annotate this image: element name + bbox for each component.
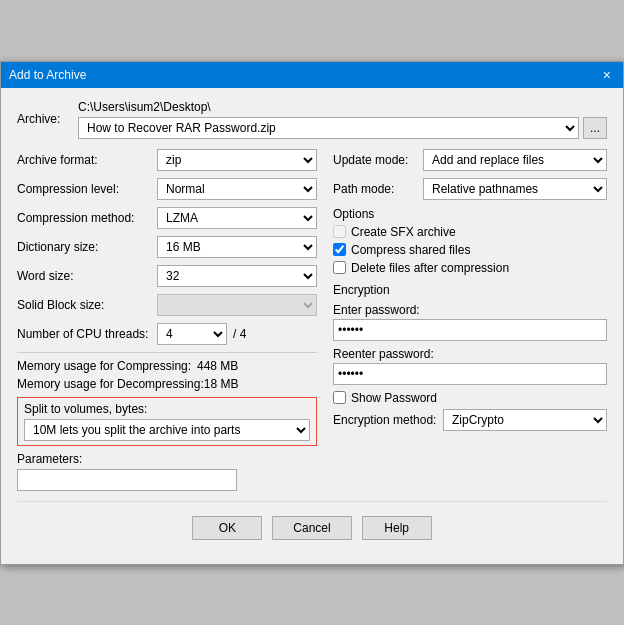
- compression-level-label: Compression level:: [17, 182, 157, 196]
- update-mode-row: Update mode: Add and replace files: [333, 149, 607, 171]
- mem-compress-label: Memory usage for Compressing:: [17, 359, 197, 373]
- compression-level-select[interactable]: Normal: [157, 178, 317, 200]
- compression-method-label: Compression method:: [17, 211, 157, 225]
- add-to-archive-dialog: Add to Archive × Archive: C:\Users\isum2…: [0, 61, 624, 565]
- path-mode-row: Path mode: Relative pathnames: [333, 178, 607, 200]
- bottom-buttons: OK Cancel Help: [17, 501, 607, 552]
- right-column: Update mode: Add and replace files Path …: [333, 149, 607, 491]
- word-size-row: Word size: 32: [17, 265, 317, 287]
- delete-files-row: Delete files after compression: [333, 261, 607, 275]
- create-sfx-checkbox[interactable]: [333, 225, 346, 238]
- params-label: Parameters:: [17, 452, 317, 466]
- enc-method-label: Encryption method:: [333, 413, 443, 427]
- enc-method-row: Encryption method: ZipCrypto: [333, 409, 607, 431]
- mem-compress-row: Memory usage for Compressing: 448 MB: [17, 359, 317, 373]
- enc-method-select[interactable]: ZipCrypto: [443, 409, 607, 431]
- two-col-layout: Archive format: zip Compression level: N…: [17, 149, 607, 491]
- dictionary-size-label: Dictionary size:: [17, 240, 157, 254]
- solid-block-row: Solid Block size:: [17, 294, 317, 316]
- delete-files-checkbox[interactable]: [333, 261, 346, 274]
- archive-path-col: C:\Users\isum2\Desktop\ How to Recover R…: [78, 100, 607, 139]
- archive-path-text: C:\Users\isum2\Desktop\: [78, 100, 607, 114]
- archive-label: Archive:: [17, 112, 72, 126]
- mem-decompress-value: 18 MB: [204, 377, 239, 391]
- enter-password-label: Enter password:: [333, 303, 607, 317]
- compress-shared-row: Compress shared files: [333, 243, 607, 257]
- cpu-threads-of: / 4: [233, 327, 246, 341]
- mem-decompress-label: Memory usage for Decompressing:: [17, 377, 204, 391]
- options-title: Options: [333, 207, 607, 221]
- encryption-title: Encryption: [333, 283, 607, 297]
- compression-method-select[interactable]: LZMA: [157, 207, 317, 229]
- path-mode-select[interactable]: Relative pathnames: [423, 178, 607, 200]
- path-mode-label: Path mode:: [333, 182, 423, 196]
- archive-row: Archive: C:\Users\isum2\Desktop\ How to …: [17, 100, 607, 139]
- solid-block-select[interactable]: [157, 294, 317, 316]
- ok-button[interactable]: OK: [192, 516, 262, 540]
- word-size-select[interactable]: 32: [157, 265, 317, 287]
- archive-filename-select[interactable]: How to Recover RAR Password.zip: [78, 117, 579, 139]
- browse-button[interactable]: ...: [583, 117, 607, 139]
- show-password-row: Show Password: [333, 391, 607, 405]
- archive-format-label: Archive format:: [17, 153, 157, 167]
- mem-compress-value: 448 MB: [197, 359, 238, 373]
- compression-level-row: Compression level: Normal: [17, 178, 317, 200]
- params-section: Parameters:: [17, 452, 317, 491]
- dialog-body: Archive: C:\Users\isum2\Desktop\ How to …: [1, 88, 623, 564]
- cpu-threads-select[interactable]: 4: [157, 323, 227, 345]
- split-section: Split to volumes, bytes: 10M lets you sp…: [17, 397, 317, 446]
- dialog-title: Add to Archive: [9, 68, 86, 82]
- left-column: Archive format: zip Compression level: N…: [17, 149, 317, 491]
- params-input[interactable]: [17, 469, 237, 491]
- word-size-label: Word size:: [17, 269, 157, 283]
- dictionary-size-select[interactable]: 16 MB: [157, 236, 317, 258]
- show-password-checkbox[interactable]: [333, 391, 346, 404]
- reenter-password-input[interactable]: [333, 363, 607, 385]
- compress-shared-label: Compress shared files: [351, 243, 470, 257]
- enter-password-input[interactable]: [333, 319, 607, 341]
- compress-shared-checkbox[interactable]: [333, 243, 346, 256]
- divider1: [17, 352, 317, 353]
- reenter-password-label: Reenter password:: [333, 347, 607, 361]
- create-sfx-row: Create SFX archive: [333, 225, 607, 239]
- split-label: Split to volumes, bytes:: [24, 402, 310, 416]
- dictionary-size-row: Dictionary size: 16 MB: [17, 236, 317, 258]
- encryption-group: Encryption Enter password: Reenter passw…: [333, 283, 607, 431]
- compression-method-row: Compression method: LZMA: [17, 207, 317, 229]
- split-select[interactable]: 10M lets you split the archive into part…: [24, 419, 310, 441]
- help-button[interactable]: Help: [362, 516, 432, 540]
- archive-format-select[interactable]: zip: [157, 149, 317, 171]
- show-password-label: Show Password: [351, 391, 437, 405]
- cpu-threads-row: Number of CPU threads: 4 / 4: [17, 323, 317, 345]
- archive-input-row: How to Recover RAR Password.zip ...: [78, 117, 607, 139]
- solid-block-label: Solid Block size:: [17, 298, 157, 312]
- update-mode-select[interactable]: Add and replace files: [423, 149, 607, 171]
- create-sfx-label: Create SFX archive: [351, 225, 456, 239]
- update-mode-label: Update mode:: [333, 153, 423, 167]
- cpu-threads-label: Number of CPU threads:: [17, 327, 157, 341]
- cancel-button[interactable]: Cancel: [272, 516, 351, 540]
- close-button[interactable]: ×: [599, 68, 615, 82]
- title-bar: Add to Archive ×: [1, 62, 623, 88]
- options-group: Options Create SFX archive Compress shar…: [333, 207, 607, 275]
- delete-files-label: Delete files after compression: [351, 261, 509, 275]
- archive-format-row: Archive format: zip: [17, 149, 317, 171]
- mem-decompress-row: Memory usage for Decompressing: 18 MB: [17, 377, 317, 391]
